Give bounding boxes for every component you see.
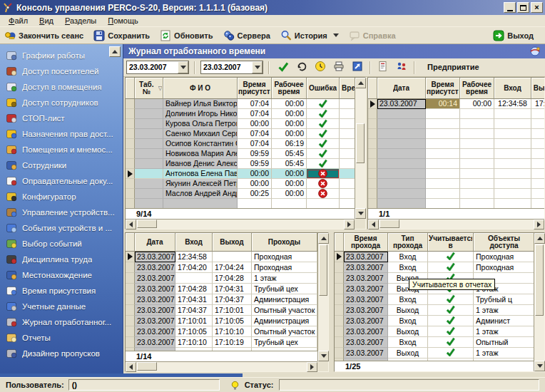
column-header[interactable]: Объекты доступа xyxy=(474,233,534,251)
table-row[interactable] xyxy=(368,129,544,139)
column-header[interactable]: Время прохода xyxy=(344,233,388,251)
sidebar-item[interactable]: Графики работы xyxy=(0,48,123,63)
scroll-down-button[interactable] xyxy=(318,351,329,361)
sidebar-item[interactable]: Местонахождение xyxy=(0,267,123,283)
table-row[interactable]: 23.03.200717:10:1017:10:19Трубный цех xyxy=(126,337,317,348)
transfer-button[interactable] xyxy=(393,61,410,75)
sidebar-item[interactable]: Оправдательные доку... xyxy=(0,173,123,189)
vertical-scrollbar[interactable] xyxy=(355,78,365,219)
sidebar-item[interactable]: Отчеты xyxy=(0,330,123,346)
table-row[interactable]: 23.03.200717:04:3117:04:37Администрация xyxy=(126,294,317,305)
column-header[interactable]: Проходы xyxy=(252,233,317,251)
column-header[interactable]: Вре xyxy=(340,78,355,98)
table-row[interactable]: 23.03.2007Выход1 этаж xyxy=(335,348,534,359)
scrollbar-thumb[interactable] xyxy=(319,244,327,296)
column-header[interactable]: Дата xyxy=(135,233,175,251)
doc-button[interactable] xyxy=(375,61,392,75)
date-from-select[interactable]: 23.03.2007 xyxy=(126,61,189,74)
table-row[interactable] xyxy=(368,139,544,149)
column-header[interactable]: Ошибка xyxy=(307,78,340,98)
sidebar-item[interactable]: СТОП-лист xyxy=(0,110,123,126)
scrollbar-thumb[interactable] xyxy=(380,220,399,228)
scrollbar-thumb[interactable] xyxy=(137,220,157,228)
menu-view[interactable]: Вид xyxy=(34,16,59,26)
save-button[interactable]: Сохранить xyxy=(93,30,150,41)
table-row[interactable]: 23.03.200717:04:3717:10:01Опытный участо… xyxy=(126,305,317,316)
table-row[interactable]: 23.03.2007ВходОпытный xyxy=(335,337,534,348)
sidebar-item[interactable]: Журнал отработанног... xyxy=(0,314,123,330)
column-header[interactable]: Рабочее время xyxy=(272,78,307,98)
scroll-up-button[interactable] xyxy=(355,78,366,88)
table-row[interactable] xyxy=(368,149,544,159)
vertical-scrollbar[interactable] xyxy=(317,233,328,361)
table-row[interactable] xyxy=(368,109,544,119)
enterprise-button[interactable]: Предприятие xyxy=(420,61,487,75)
history-dropdown-arrow[interactable] xyxy=(333,33,339,37)
sidebar-item[interactable]: Управление устройств... xyxy=(0,205,123,220)
column-header[interactable]: Вход xyxy=(175,233,213,251)
sidebar-item[interactable]: Помещения и мнемос... xyxy=(0,142,123,158)
table-row[interactable] xyxy=(368,169,544,179)
column-header[interactable]: Выход xyxy=(531,78,544,98)
column-header[interactable]: Учитывается в xyxy=(428,233,474,251)
table-row[interactable]: Саенко Михаил Серге07:0400:00 xyxy=(126,129,355,139)
table-row[interactable]: 23.03.2007ВходПроходная xyxy=(335,252,534,262)
table-row[interactable]: Долинин Игорь Нико.07:0400:00 xyxy=(126,109,355,119)
chevron-down-icon[interactable] xyxy=(178,61,188,73)
table-row[interactable]: 23.03.200717:04:2817:04:31Трубный цех xyxy=(126,284,317,294)
history-button[interactable]: История xyxy=(280,30,327,41)
table-row[interactable]: 23.03.200717:04:281 этаж xyxy=(126,273,317,284)
column-header[interactable]: Дата xyxy=(377,78,426,98)
table-row[interactable]: Иванов Денис Алексе09:5905:45 xyxy=(126,159,355,169)
sidebar-item[interactable]: Назначения прав дост... xyxy=(0,126,123,142)
scroll-up-button[interactable] xyxy=(318,233,329,244)
scrollbar-thumb[interactable] xyxy=(535,244,544,316)
table-row[interactable]: Вайнер Илья Викторс07:0400:00 xyxy=(126,99,355,109)
column-header[interactable]: Рабочее время xyxy=(460,78,494,98)
sidebar-item[interactable]: Учетные данные xyxy=(0,299,123,314)
print-button[interactable] xyxy=(330,61,347,75)
column-header[interactable]: Тип прохода xyxy=(388,233,428,251)
table-row[interactable]: 23.03.200700:1400:0012:34:5817:18: xyxy=(368,99,544,109)
export-button[interactable] xyxy=(349,61,366,75)
table-row[interactable]: 23.03.200717:10:0517:10:10Опытный участо… xyxy=(126,326,317,337)
table-row[interactable] xyxy=(368,159,544,169)
scrollbar-thumb[interactable] xyxy=(356,123,365,163)
table-row[interactable] xyxy=(368,199,544,208)
minimize-button[interactable] xyxy=(504,2,516,13)
sidebar-item[interactable]: Сотрудники xyxy=(0,158,123,173)
table-row[interactable]: 23.03.2007ВходПроходная xyxy=(335,262,534,273)
exit-button[interactable]: Выход xyxy=(493,30,534,41)
sidebar-item[interactable]: Дизайнер пропусков xyxy=(0,346,123,361)
scroll-left-button[interactable] xyxy=(126,220,136,229)
menu-file[interactable]: Файл xyxy=(3,16,34,26)
table-row[interactable]: Курова Ольга Петров00:0000:00 xyxy=(126,119,355,129)
sidebar-item[interactable]: Дисциплина труда xyxy=(0,252,123,267)
table-row[interactable]: 23.03.2007ВходТрубный ц xyxy=(335,294,534,305)
table-row[interactable] xyxy=(126,199,355,208)
column-header[interactable]: Вход xyxy=(494,78,531,98)
scroll-left-button[interactable] xyxy=(126,362,136,372)
table-row[interactable]: Антонова Елена Павл00:0000:00 xyxy=(126,169,355,179)
scroll-left-button[interactable] xyxy=(368,220,379,229)
horizontal-scrollbar[interactable] xyxy=(126,361,317,371)
table-row[interactable]: 23.03.2007Выход1 этаж xyxy=(335,305,534,316)
scroll-right-button[interactable] xyxy=(534,220,544,229)
menu-sections[interactable]: Разделы xyxy=(59,16,102,26)
horizontal-scrollbar[interactable] xyxy=(368,219,544,229)
sidebar-scroll-up-button[interactable] xyxy=(109,46,121,57)
table-row[interactable]: Якунин Алексей Петр00:0000:00 xyxy=(126,179,355,189)
sidebar-item[interactable]: Выбор событий xyxy=(0,236,123,252)
table-row[interactable]: Осипов Константин С07:0406:19 xyxy=(126,139,355,149)
table-row[interactable]: 23.03.2007Выход1 этаж xyxy=(335,326,534,337)
vertical-scrollbar[interactable] xyxy=(534,233,544,371)
close-button[interactable]: × xyxy=(531,2,543,13)
scroll-up-button[interactable] xyxy=(534,233,545,244)
refresh-button[interactable]: Обновить xyxy=(160,30,213,41)
table-row[interactable]: Новикова Мария Алек09:5905:45 xyxy=(126,149,355,159)
column-header[interactable]: Время присутствия xyxy=(238,78,272,98)
sidebar-item[interactable]: События устройств и ... xyxy=(0,220,123,236)
end-session-button[interactable]: Закончить сеанс xyxy=(4,30,83,41)
date-to-select[interactable]: 23.03.2007 xyxy=(200,61,263,74)
sidebar-item[interactable]: Доступ сотрудников xyxy=(0,95,123,110)
